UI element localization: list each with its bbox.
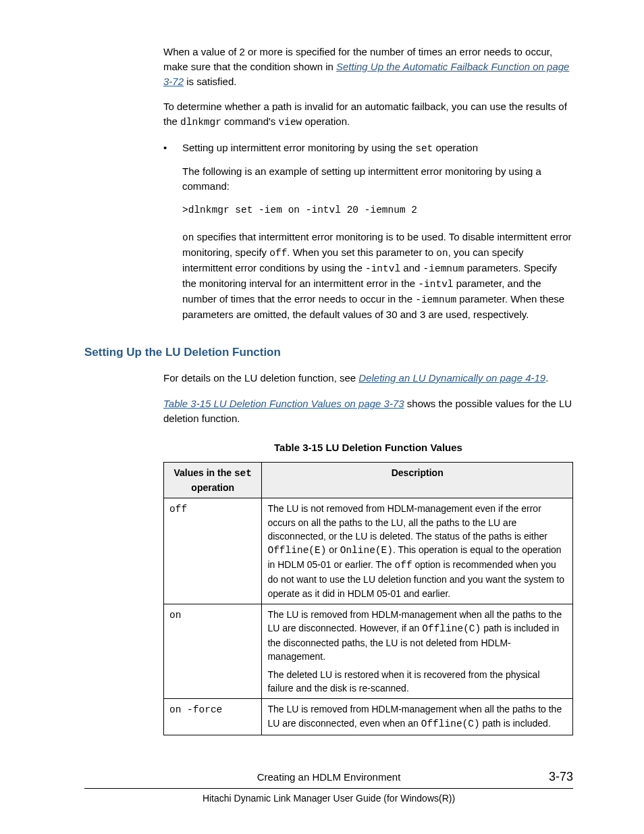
code-intvl: -intvl bbox=[365, 263, 400, 274]
table-row: on -force The LU is removed from HDLM-ma… bbox=[164, 699, 573, 735]
code-intvl: -intvl bbox=[418, 279, 453, 290]
text: The LU is not removed from HDLM-manageme… bbox=[267, 503, 547, 542]
code-offline-c: Offline(C) bbox=[421, 719, 480, 729]
table-row: on The LU is removed from HDLM-managemen… bbox=[164, 604, 573, 699]
code-offline-e: Offline(E) bbox=[267, 545, 326, 556]
lu-deletion-table: Values in the set operation Description … bbox=[163, 462, 573, 735]
table-header-description: Description bbox=[262, 463, 573, 498]
paragraph-table-ref: Table 3-15 LU Deletion Function Values o… bbox=[163, 396, 573, 426]
text: The following is an example of setting u… bbox=[182, 164, 573, 194]
text: path is included. bbox=[480, 718, 551, 729]
text: and bbox=[400, 262, 423, 273]
paragraph-error-threshold: When a value of 2 or more is specified f… bbox=[163, 45, 573, 88]
paragraph-path-invalid: To determine whether a path is invalid f… bbox=[163, 99, 573, 130]
text: For details on the LU deletion function,… bbox=[163, 372, 358, 384]
bullet-marker: • bbox=[163, 140, 182, 330]
code-on: on bbox=[182, 232, 194, 243]
text: The deleted LU is restored when it is re… bbox=[267, 668, 567, 696]
code-iemnum: -iemnum bbox=[415, 294, 456, 305]
page-footer: Creating an HDLM Environment 3-73 Hitach… bbox=[0, 768, 644, 805]
code-online-e: Online(E) bbox=[340, 545, 393, 556]
paragraph-lu-details: For details on the LU deletion function,… bbox=[163, 371, 573, 386]
code-off: off bbox=[269, 248, 287, 259]
table-caption: Table 3-15 LU Deletion Function Values bbox=[163, 440, 573, 455]
code-set: set bbox=[415, 143, 433, 154]
code-block-command: >dlnkmgr set -iem on -intvl 20 -iemnum 2 bbox=[182, 203, 573, 217]
code-on: on bbox=[436, 248, 448, 259]
page-number: 3-73 bbox=[533, 768, 573, 785]
heading-lu-deletion: Setting Up the LU Deletion Function bbox=[84, 344, 573, 361]
text: or bbox=[326, 544, 340, 555]
footer-section-title: Creating an HDLM Environment bbox=[125, 770, 533, 785]
code-view: view bbox=[279, 117, 302, 128]
text: . When you set this parameter to bbox=[287, 246, 436, 258]
code-on: on bbox=[169, 610, 181, 621]
text: operation. bbox=[302, 115, 350, 127]
code-dlnkmgr: dlnkmgr bbox=[180, 117, 221, 128]
bullet-intermittent-error: • Setting up intermittent error monitori… bbox=[163, 140, 573, 330]
code-offline-c: Offline(C) bbox=[422, 623, 481, 634]
code-off: off bbox=[169, 504, 187, 515]
link-table-ref[interactable]: Table 3-15 LU Deletion Function Values o… bbox=[163, 398, 404, 409]
text: . bbox=[545, 372, 548, 384]
table-header-values: Values in the set operation bbox=[164, 463, 262, 498]
code-off: off bbox=[395, 560, 412, 571]
footer-guide-title: Hitachi Dynamic Link Manager User Guide … bbox=[84, 791, 573, 805]
text: operation bbox=[433, 142, 478, 153]
text: command's bbox=[221, 115, 279, 127]
table-row: off The LU is not removed from HDLM-mana… bbox=[164, 498, 573, 604]
code-iemnum: -iemnum bbox=[423, 263, 464, 274]
code-on-force: on -force bbox=[169, 704, 222, 715]
text: Setting up intermittent error monitoring… bbox=[182, 142, 415, 153]
link-deleting-lu[interactable]: Deleting an LU Dynamically on page 4-19 bbox=[358, 372, 545, 384]
text: is satisfied. bbox=[184, 76, 236, 87]
